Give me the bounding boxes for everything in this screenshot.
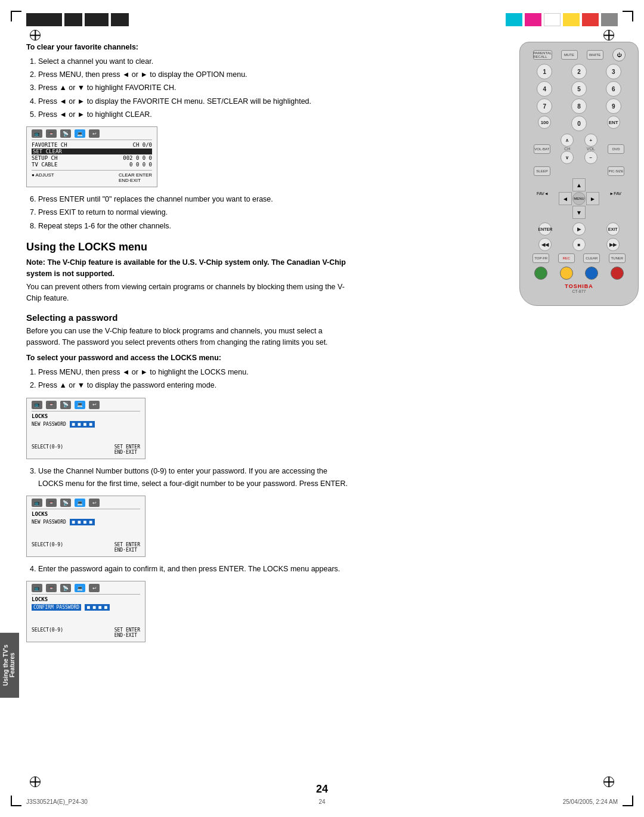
screen-icons-row-4: 📺 📼 📡 💻 ↩ bbox=[32, 584, 140, 595]
btn-mute[interactable]: MUTE bbox=[561, 50, 578, 60]
top-bars-left bbox=[26, 13, 129, 26]
screen-row-fav: FAVORITE CHCH 0/0 bbox=[32, 142, 152, 148]
btn-fwd[interactable]: ▶▶ bbox=[606, 238, 620, 251]
icon-back-3: ↩ bbox=[89, 499, 100, 507]
bar-4 bbox=[111, 13, 129, 26]
btn-clear[interactable]: CLEAR bbox=[583, 253, 600, 263]
dpad-section: ▲ ◄ MENU ► ▼ FAV◄ ►FAV bbox=[528, 178, 630, 219]
bar-white bbox=[544, 13, 561, 26]
locks-menu-title: Using the LOCKS menu bbox=[26, 241, 354, 253]
bar-2 bbox=[64, 13, 82, 26]
btn-white[interactable]: WHITE bbox=[587, 50, 603, 60]
dpad-empty-4 bbox=[586, 206, 599, 219]
btn-tuner[interactable]: TUNER bbox=[609, 253, 626, 263]
btn-6[interactable]: 6 bbox=[606, 81, 621, 97]
btn-ch-down[interactable]: ∨ bbox=[561, 151, 574, 164]
btn-rec[interactable]: REC bbox=[558, 253, 575, 263]
btn-8[interactable]: 8 bbox=[571, 98, 587, 114]
btn-ent[interactable]: ENT bbox=[607, 116, 620, 129]
btn-play[interactable]: ▶ bbox=[572, 222, 586, 236]
btn-menu-center[interactable]: MENU bbox=[572, 192, 586, 205]
icon-tv-2: 📺 bbox=[32, 401, 42, 409]
btn-100[interactable]: 100 bbox=[538, 116, 551, 129]
screen-row-setclear: SET CLEAR bbox=[32, 148, 152, 154]
btn-color-red[interactable] bbox=[611, 267, 624, 280]
btn-9[interactable]: 9 bbox=[606, 98, 621, 114]
screen-icons-row-2: 📺 📼 📡 💻 ↩ bbox=[32, 401, 140, 411]
bar-cyan bbox=[506, 13, 522, 26]
icon-vcr-2: 📼 bbox=[46, 401, 57, 409]
side-tab-line1: Using the TV's bbox=[2, 645, 9, 686]
dpad-empty-2 bbox=[586, 178, 599, 191]
pass-step-1: Press MENU, then press ◄ or ► to highlig… bbox=[38, 366, 354, 379]
top-bars-right bbox=[506, 13, 618, 26]
btn-power[interactable]: ⏻ bbox=[612, 48, 626, 61]
btn-fav-right[interactable]: ►FAV bbox=[609, 191, 621, 196]
step-3: Press ▲ or ▼ to highlight FAVORITE CH. bbox=[38, 82, 354, 94]
btn-volbat[interactable]: VOL·BAT bbox=[534, 144, 550, 154]
screen-new-password-1: NEW PASSWORD ■ ■ ■ ■ bbox=[32, 421, 140, 428]
btn-enter[interactable]: ENTER bbox=[538, 222, 552, 236]
step-4: Press ◄ or ► to display the FAVORITE CH … bbox=[38, 95, 354, 108]
btn-3[interactable]: 3 bbox=[606, 64, 621, 79]
screen-icons-row-3: 📺 📼 📡 💻 ↩ bbox=[32, 499, 140, 509]
icon-back-4: ↩ bbox=[89, 584, 100, 592]
btn-rew[interactable]: ◀◀ bbox=[538, 238, 552, 251]
bar-magenta bbox=[525, 13, 541, 26]
btn-color-yellow[interactable] bbox=[560, 267, 573, 280]
step-7: Press EXIT to return to normal viewing. bbox=[38, 206, 354, 219]
btn-dvd[interactable]: DVD bbox=[608, 144, 624, 154]
icon-sat-4: 📡 bbox=[60, 584, 71, 592]
icon-pc-3: 💻 bbox=[75, 499, 85, 507]
btn-right[interactable]: ► bbox=[586, 192, 599, 205]
btn-5[interactable]: 5 bbox=[571, 81, 587, 97]
btn-2[interactable]: 2 bbox=[571, 64, 587, 79]
icon-tv: 📺 bbox=[32, 129, 42, 138]
corner-mark-br bbox=[623, 796, 633, 806]
screen-locks-confirm: 📺 📼 📡 💻 ↩ LOCKS CONFIRM PASSWORD ■ ■ ■ ■… bbox=[26, 581, 145, 642]
btn-topfr[interactable]: TOP·FR bbox=[532, 253, 549, 263]
dpad-empty-1 bbox=[559, 178, 572, 191]
btn-down[interactable]: ▼ bbox=[572, 206, 586, 219]
btn-parental[interactable]: PARENTAL RECALL bbox=[533, 50, 552, 60]
btn-color-blue[interactable] bbox=[585, 267, 598, 280]
screen-confirm-password: CONFIRM PASSWORD ■ ■ ■ ■ bbox=[32, 604, 140, 611]
main-content: To clear your favorite channels: Select … bbox=[26, 42, 354, 781]
screen-row-cable: TV CABLE0 0 0 0 bbox=[32, 162, 152, 168]
footer-center: 24 bbox=[318, 799, 325, 805]
btn-ch-up[interactable]: ∧ bbox=[561, 134, 574, 147]
btn-fav-left[interactable]: FAV◄ bbox=[537, 191, 549, 196]
side-tab: Using the TV's Features bbox=[0, 633, 19, 698]
icon-tv-3: 📺 bbox=[32, 499, 42, 507]
btn-up[interactable]: ▲ bbox=[572, 178, 586, 191]
btn-color-green[interactable] bbox=[534, 267, 547, 280]
icon-vcr-4: 📼 bbox=[46, 584, 57, 592]
password-title: Selecting a password bbox=[26, 312, 354, 323]
page-number: 24 bbox=[316, 783, 328, 796]
screen-locks-title-1: LOCKS bbox=[32, 413, 140, 419]
remote-bottom-row-1: TOP·FR REC CLEAR TUNER bbox=[528, 253, 630, 263]
locks-menu-note: Note: The V-Chip feature is available fo… bbox=[26, 257, 354, 280]
btn-1[interactable]: 1 bbox=[537, 64, 552, 79]
password-steps-2: Use the Channel Number buttons (0-9) to … bbox=[38, 465, 354, 491]
corner-mark-tl bbox=[11, 11, 21, 21]
btn-0[interactable]: 0 bbox=[571, 116, 587, 131]
btn-sleep[interactable]: SLEEP bbox=[534, 166, 550, 176]
clear-channels-section: To clear your favorite channels: Select … bbox=[26, 42, 354, 233]
remote-media-row: ◀◀ ■ ▶▶ bbox=[528, 238, 630, 251]
remote-top-row: PARENTAL RECALL MUTE WHITE ⏻ bbox=[528, 48, 630, 61]
remote-model: CT-877 bbox=[528, 289, 630, 293]
btn-vol-down[interactable]: − bbox=[584, 151, 597, 164]
step-2: Press MENU, then press ◄ or ► to display… bbox=[38, 69, 354, 81]
btn-left[interactable]: ◄ bbox=[559, 192, 572, 205]
btn-vol-up[interactable]: + bbox=[584, 134, 597, 147]
btn-exit[interactable]: EXIT bbox=[606, 222, 620, 236]
remote-ch-vol-row: VOL·BAT ∧ CH ∨ + VOL − DVD bbox=[528, 134, 630, 164]
btn-stop[interactable]: ■ bbox=[572, 238, 586, 251]
btn-picsize[interactable]: PIC·SIZE bbox=[608, 166, 624, 176]
btn-7[interactable]: 7 bbox=[537, 98, 552, 114]
btn-4[interactable]: 4 bbox=[537, 81, 552, 97]
remote-wrapper: PARENTAL RECALL MUTE WHITE ⏻ 1 2 3 4 5 6… bbox=[487, 42, 644, 306]
remote-enter-exit-row: ENTER ▶ EXIT bbox=[528, 222, 630, 236]
locks-menu-section: Using the LOCKS menu Note: The V-Chip fe… bbox=[26, 241, 354, 304]
